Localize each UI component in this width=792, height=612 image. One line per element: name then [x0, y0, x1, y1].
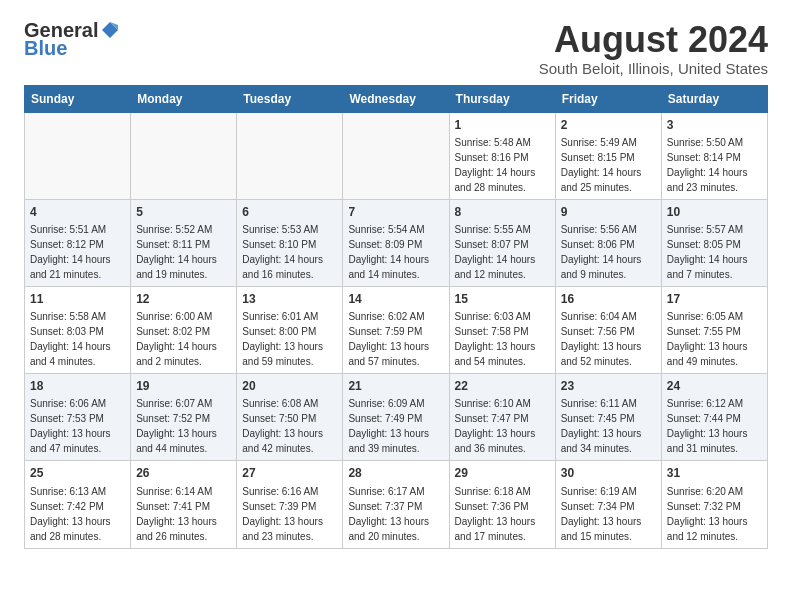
calendar-week-4: 18Sunrise: 6:06 AMSunset: 7:53 PMDayligh…: [25, 374, 768, 461]
day-number: 20: [242, 378, 337, 394]
weekday-header-wednesday: Wednesday: [343, 85, 449, 112]
day-number: 6: [242, 204, 337, 220]
day-number: 28: [348, 465, 443, 481]
calendar-cell: [131, 112, 237, 199]
calendar-week-3: 11Sunrise: 5:58 AMSunset: 8:03 PMDayligh…: [25, 286, 768, 373]
day-info: Sunrise: 5:50 AMSunset: 8:14 PMDaylight:…: [667, 137, 748, 193]
calendar-cell: [343, 112, 449, 199]
calendar-cell: [25, 112, 131, 199]
weekday-header-monday: Monday: [131, 85, 237, 112]
calendar-cell: 14Sunrise: 6:02 AMSunset: 7:59 PMDayligh…: [343, 286, 449, 373]
weekday-header-tuesday: Tuesday: [237, 85, 343, 112]
calendar-cell: 27Sunrise: 6:16 AMSunset: 7:39 PMDayligh…: [237, 461, 343, 548]
calendar-cell: 17Sunrise: 6:05 AMSunset: 7:55 PMDayligh…: [661, 286, 767, 373]
weekday-header-row: SundayMondayTuesdayWednesdayThursdayFrid…: [25, 85, 768, 112]
calendar-cell: 8Sunrise: 5:55 AMSunset: 8:07 PMDaylight…: [449, 199, 555, 286]
calendar-cell: 28Sunrise: 6:17 AMSunset: 7:37 PMDayligh…: [343, 461, 449, 548]
day-info: Sunrise: 6:20 AMSunset: 7:32 PMDaylight:…: [667, 486, 748, 542]
calendar-cell: [237, 112, 343, 199]
calendar-cell: 25Sunrise: 6:13 AMSunset: 7:42 PMDayligh…: [25, 461, 131, 548]
calendar-cell: 23Sunrise: 6:11 AMSunset: 7:45 PMDayligh…: [555, 374, 661, 461]
calendar-week-5: 25Sunrise: 6:13 AMSunset: 7:42 PMDayligh…: [25, 461, 768, 548]
calendar-cell: 9Sunrise: 5:56 AMSunset: 8:06 PMDaylight…: [555, 199, 661, 286]
day-number: 12: [136, 291, 231, 307]
day-number: 4: [30, 204, 125, 220]
logo-icon: [100, 20, 120, 40]
weekday-header-sunday: Sunday: [25, 85, 131, 112]
calendar-week-2: 4Sunrise: 5:51 AMSunset: 8:12 PMDaylight…: [25, 199, 768, 286]
calendar-cell: 6Sunrise: 5:53 AMSunset: 8:10 PMDaylight…: [237, 199, 343, 286]
calendar-cell: 31Sunrise: 6:20 AMSunset: 7:32 PMDayligh…: [661, 461, 767, 548]
day-info: Sunrise: 5:57 AMSunset: 8:05 PMDaylight:…: [667, 224, 748, 280]
calendar-cell: 4Sunrise: 5:51 AMSunset: 8:12 PMDaylight…: [25, 199, 131, 286]
calendar-cell: 10Sunrise: 5:57 AMSunset: 8:05 PMDayligh…: [661, 199, 767, 286]
day-info: Sunrise: 6:17 AMSunset: 7:37 PMDaylight:…: [348, 486, 429, 542]
day-info: Sunrise: 5:53 AMSunset: 8:10 PMDaylight:…: [242, 224, 323, 280]
day-number: 21: [348, 378, 443, 394]
calendar-cell: 26Sunrise: 6:14 AMSunset: 7:41 PMDayligh…: [131, 461, 237, 548]
day-number: 8: [455, 204, 550, 220]
weekday-header-friday: Friday: [555, 85, 661, 112]
weekday-header-saturday: Saturday: [661, 85, 767, 112]
calendar-cell: 18Sunrise: 6:06 AMSunset: 7:53 PMDayligh…: [25, 374, 131, 461]
logo: General Blue: [24, 20, 120, 58]
day-number: 25: [30, 465, 125, 481]
day-info: Sunrise: 6:12 AMSunset: 7:44 PMDaylight:…: [667, 398, 748, 454]
calendar-cell: 22Sunrise: 6:10 AMSunset: 7:47 PMDayligh…: [449, 374, 555, 461]
day-number: 14: [348, 291, 443, 307]
calendar-cell: 12Sunrise: 6:00 AMSunset: 8:02 PMDayligh…: [131, 286, 237, 373]
day-number: 27: [242, 465, 337, 481]
day-info: Sunrise: 6:14 AMSunset: 7:41 PMDaylight:…: [136, 486, 217, 542]
day-number: 18: [30, 378, 125, 394]
day-number: 5: [136, 204, 231, 220]
day-number: 3: [667, 117, 762, 133]
day-info: Sunrise: 6:16 AMSunset: 7:39 PMDaylight:…: [242, 486, 323, 542]
main-title: August 2024: [539, 20, 768, 60]
calendar-cell: 3Sunrise: 5:50 AMSunset: 8:14 PMDaylight…: [661, 112, 767, 199]
day-info: Sunrise: 6:10 AMSunset: 7:47 PMDaylight:…: [455, 398, 536, 454]
day-info: Sunrise: 5:56 AMSunset: 8:06 PMDaylight:…: [561, 224, 642, 280]
day-number: 13: [242, 291, 337, 307]
day-info: Sunrise: 5:52 AMSunset: 8:11 PMDaylight:…: [136, 224, 217, 280]
day-info: Sunrise: 6:08 AMSunset: 7:50 PMDaylight:…: [242, 398, 323, 454]
day-info: Sunrise: 6:04 AMSunset: 7:56 PMDaylight:…: [561, 311, 642, 367]
calendar-cell: 29Sunrise: 6:18 AMSunset: 7:36 PMDayligh…: [449, 461, 555, 548]
day-info: Sunrise: 5:58 AMSunset: 8:03 PMDaylight:…: [30, 311, 111, 367]
day-info: Sunrise: 5:55 AMSunset: 8:07 PMDaylight:…: [455, 224, 536, 280]
day-info: Sunrise: 6:19 AMSunset: 7:34 PMDaylight:…: [561, 486, 642, 542]
calendar-cell: 2Sunrise: 5:49 AMSunset: 8:15 PMDaylight…: [555, 112, 661, 199]
day-number: 9: [561, 204, 656, 220]
day-info: Sunrise: 5:48 AMSunset: 8:16 PMDaylight:…: [455, 137, 536, 193]
day-info: Sunrise: 6:00 AMSunset: 8:02 PMDaylight:…: [136, 311, 217, 367]
calendar-cell: 7Sunrise: 5:54 AMSunset: 8:09 PMDaylight…: [343, 199, 449, 286]
calendar-cell: 1Sunrise: 5:48 AMSunset: 8:16 PMDaylight…: [449, 112, 555, 199]
calendar-cell: 13Sunrise: 6:01 AMSunset: 8:00 PMDayligh…: [237, 286, 343, 373]
day-number: 7: [348, 204, 443, 220]
logo-blue-text: Blue: [24, 38, 67, 58]
calendar-cell: 30Sunrise: 6:19 AMSunset: 7:34 PMDayligh…: [555, 461, 661, 548]
day-number: 11: [30, 291, 125, 307]
subtitle: South Beloit, Illinois, United States: [539, 60, 768, 77]
day-number: 16: [561, 291, 656, 307]
calendar-week-1: 1Sunrise: 5:48 AMSunset: 8:16 PMDaylight…: [25, 112, 768, 199]
day-info: Sunrise: 6:07 AMSunset: 7:52 PMDaylight:…: [136, 398, 217, 454]
day-number: 17: [667, 291, 762, 307]
day-info: Sunrise: 6:02 AMSunset: 7:59 PMDaylight:…: [348, 311, 429, 367]
day-number: 23: [561, 378, 656, 394]
day-info: Sunrise: 6:01 AMSunset: 8:00 PMDaylight:…: [242, 311, 323, 367]
calendar-cell: 16Sunrise: 6:04 AMSunset: 7:56 PMDayligh…: [555, 286, 661, 373]
day-info: Sunrise: 6:03 AMSunset: 7:58 PMDaylight:…: [455, 311, 536, 367]
page-header: General Blue August 2024 South Beloit, I…: [24, 20, 768, 77]
day-info: Sunrise: 6:13 AMSunset: 7:42 PMDaylight:…: [30, 486, 111, 542]
day-number: 30: [561, 465, 656, 481]
day-number: 31: [667, 465, 762, 481]
calendar-cell: 21Sunrise: 6:09 AMSunset: 7:49 PMDayligh…: [343, 374, 449, 461]
day-number: 22: [455, 378, 550, 394]
day-info: Sunrise: 6:09 AMSunset: 7:49 PMDaylight:…: [348, 398, 429, 454]
calendar-cell: 24Sunrise: 6:12 AMSunset: 7:44 PMDayligh…: [661, 374, 767, 461]
day-number: 10: [667, 204, 762, 220]
day-number: 2: [561, 117, 656, 133]
day-number: 24: [667, 378, 762, 394]
day-info: Sunrise: 6:05 AMSunset: 7:55 PMDaylight:…: [667, 311, 748, 367]
day-info: Sunrise: 5:49 AMSunset: 8:15 PMDaylight:…: [561, 137, 642, 193]
